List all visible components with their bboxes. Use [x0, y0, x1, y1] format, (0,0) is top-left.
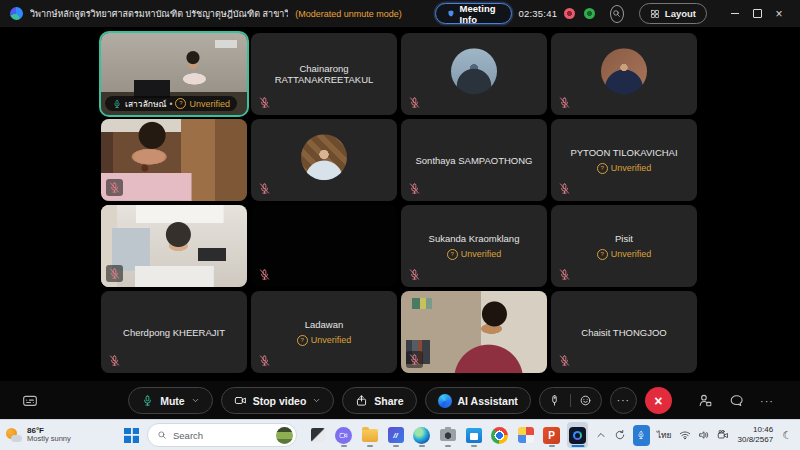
more-icon[interactable]: ···	[760, 395, 774, 407]
meeting-info-button[interactable]: Meeting Info	[435, 3, 512, 24]
question-icon: ?	[597, 249, 608, 260]
participant-name: Sonthaya SAMPAOTHONG	[415, 155, 532, 166]
chevron-down-icon[interactable]	[191, 396, 200, 405]
participant-tile[interactable]: Sonthaya SAMPAOTHONG	[401, 119, 547, 201]
participants-icon[interactable]	[698, 393, 713, 408]
search-highlight-image[interactable]	[276, 427, 293, 444]
participant-tile[interactable]: Pisit ?Unverified	[551, 205, 697, 287]
taskbar-app-edge[interactable]	[411, 422, 432, 448]
meeting-title: วิพากษ์หลักสูตรวิทยาศาสตรมหาบัณฑิต ปรัชญ…	[30, 7, 288, 21]
taskbar-app-explorer[interactable]	[359, 422, 380, 448]
taskbar-app-meet[interactable]	[333, 422, 354, 448]
mic-icon	[141, 394, 154, 407]
participant-tile[interactable]	[101, 119, 247, 201]
reactions-button[interactable]	[571, 388, 601, 413]
mic-muted-icon	[406, 351, 423, 368]
search-icon	[157, 430, 167, 440]
participant-tile[interactable]	[101, 205, 247, 287]
unverified-badge: ?Unverified	[297, 335, 352, 346]
taskbar-app-store[interactable]	[463, 422, 484, 448]
participant-tile[interactable]	[401, 33, 547, 115]
avatar	[601, 48, 647, 94]
leave-meeting-button[interactable]: ×	[645, 387, 672, 414]
question-icon: ?	[175, 98, 186, 109]
chevron-down-icon[interactable]	[312, 396, 321, 405]
minimize-button[interactable]	[724, 4, 746, 24]
mic-muted-icon	[258, 96, 271, 109]
more-options-button[interactable]: ···	[610, 387, 637, 414]
mic-muted-icon	[106, 179, 123, 196]
share-button[interactable]: Share	[342, 387, 416, 414]
edge-browser-icon	[413, 427, 430, 444]
participant-tile[interactable]	[551, 33, 697, 115]
taskbar-app-chrome[interactable]	[489, 422, 510, 448]
layout-button[interactable]: Layout	[639, 3, 707, 24]
mic-muted-icon	[558, 354, 571, 367]
clock[interactable]: 10:46 30/8/2567	[738, 425, 774, 445]
task-view-button[interactable]	[307, 422, 328, 448]
taskbar-app-m[interactable]: //	[385, 422, 406, 448]
meeting-toolbar: Mute Stop video Share AI Assistant ··· ×…	[0, 381, 800, 420]
language-indicator[interactable]: ไทย	[657, 428, 672, 442]
chat-icon[interactable]	[729, 393, 744, 408]
mute-label: Mute	[160, 395, 185, 407]
mic-muted-icon	[558, 268, 571, 281]
maximize-button[interactable]	[746, 4, 768, 24]
taskbar-app-zoom[interactable]	[567, 422, 588, 448]
do-not-disturb-icon[interactable]: ☾	[782, 429, 792, 442]
taskbar-app-snip[interactable]	[515, 422, 536, 448]
powerpoint-icon: P	[543, 427, 560, 444]
participant-tile[interactable]: Chaisit THONGJOO	[551, 291, 697, 373]
taskbar-app-camera[interactable]	[437, 422, 458, 448]
participant-tile[interactable]: Cherdpong KHEERAJIT	[101, 291, 247, 373]
file-explorer-icon	[362, 429, 378, 442]
participant-tile[interactable]	[401, 291, 547, 373]
smiley-reactions-icon	[579, 394, 592, 407]
participant-tile[interactable]: PYTOON TILOKAVICHAI ?Unverified	[551, 119, 697, 201]
mic-on-icon	[112, 99, 122, 109]
wifi-icon[interactable]	[679, 429, 691, 441]
participant-tile[interactable]: Ladawan ?Unverified	[251, 291, 397, 373]
mute-button[interactable]: Mute	[128, 387, 213, 414]
participant-grid: เสาวลักษณ์ • ?Unverified Chainarong RATT…	[101, 33, 697, 373]
ai-assistant-button[interactable]: AI Assistant	[425, 387, 531, 414]
zoom-level-button[interactable]	[610, 5, 624, 23]
record-button[interactable]	[540, 388, 570, 413]
weather-widget[interactable]: 86°F Mostly sunny	[6, 426, 110, 444]
start-button[interactable]	[124, 428, 139, 443]
recording-indicator-icon[interactable]	[564, 8, 575, 19]
tray-mic-button[interactable]	[633, 425, 650, 446]
participant-name: Chainarong RATTANAKREETAKUL	[259, 63, 389, 85]
window-controls: ×	[724, 4, 790, 24]
close-button[interactable]: ×	[768, 4, 790, 24]
participant-tile[interactable]	[251, 119, 397, 201]
mic-muted-icon	[558, 182, 571, 195]
mic-icon	[636, 430, 646, 440]
participant-tile[interactable]	[251, 205, 397, 287]
participant-tile[interactable]: Sukanda Kraomklang ?Unverified	[401, 205, 547, 287]
connection-indicator-icon[interactable]	[584, 8, 595, 19]
zoom-workplace-icon	[569, 427, 586, 444]
toolbar-right-group: ···	[698, 393, 774, 408]
participant-name: เสาวลักษณ์	[125, 97, 166, 111]
taskbar-app-powerpoint[interactable]: P	[541, 422, 562, 448]
search-box[interactable]: Search	[147, 423, 297, 447]
stop-video-button[interactable]: Stop video	[221, 387, 335, 414]
speaker-icon[interactable]	[698, 429, 710, 441]
microsoft-store-icon	[466, 428, 482, 443]
system-tray: ไทย 10:46 30/8/2567 ☾	[595, 425, 794, 446]
mic-muted-icon	[258, 182, 271, 195]
camera-app-icon	[440, 429, 456, 441]
participant-tile[interactable]: Chainarong RATTANAKREETAKUL	[251, 33, 397, 115]
magnifier-icon	[612, 9, 621, 18]
share-screen-icon	[355, 394, 368, 407]
avatar	[451, 48, 497, 94]
captions-icon[interactable]	[22, 393, 38, 409]
sync-icon[interactable]	[614, 429, 626, 441]
chevron-up-icon[interactable]	[595, 429, 607, 441]
webcam-indicator-icon[interactable]	[717, 429, 729, 441]
meeting-timer: 02:35:41	[519, 8, 558, 19]
ai-assistant-label: AI Assistant	[458, 395, 518, 407]
question-icon: ?	[597, 163, 608, 174]
participant-tile[interactable]: เสาวลักษณ์ • ?Unverified	[101, 33, 247, 115]
